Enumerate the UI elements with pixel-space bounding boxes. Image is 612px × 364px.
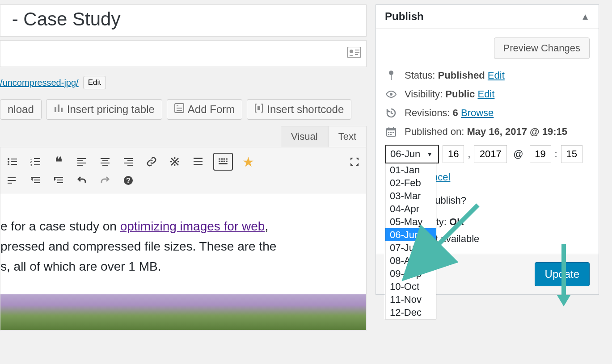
insert-pricing-table-button[interactable]: Insert pricing table <box>46 99 162 120</box>
star-icon[interactable]: ★ <box>240 154 256 170</box>
svg-rect-52 <box>31 177 40 178</box>
svg-rect-10 <box>177 108 182 109</box>
svg-point-60 <box>389 71 393 75</box>
svg-rect-5 <box>55 107 56 112</box>
outdent-icon[interactable] <box>27 172 43 188</box>
svg-rect-61 <box>391 75 392 80</box>
fullscreen-icon[interactable] <box>346 154 363 170</box>
contact-card-icon <box>347 47 361 60</box>
published-date: May 16, 2017 @ 19:15 <box>467 126 567 137</box>
read-more-icon[interactable] <box>190 154 206 170</box>
month-option[interactable]: 08-Aug <box>385 254 436 267</box>
unlink-icon[interactable] <box>167 154 183 170</box>
edit-visibility-link[interactable]: Edit <box>477 88 494 100</box>
align-center-icon[interactable] <box>97 154 113 170</box>
preview-changes-button[interactable]: Preview Changes <box>494 38 590 59</box>
month-option[interactable]: 12-Dec <box>385 306 436 319</box>
secondary-title-box[interactable] <box>0 40 367 67</box>
svg-rect-40 <box>219 159 220 160</box>
svg-point-17 <box>8 163 9 165</box>
month-option[interactable]: 01-Jan <box>385 163 436 176</box>
svg-rect-49 <box>8 177 16 178</box>
month-option[interactable]: 09-Sep <box>385 267 436 280</box>
month-option[interactable]: 05-May <box>385 215 436 228</box>
calendar-icon <box>385 126 397 137</box>
content-text: s, all of which are over 1 MB. <box>0 257 366 277</box>
svg-rect-36 <box>127 165 133 166</box>
readability-value: OK <box>449 216 464 227</box>
post-title-input[interactable] <box>0 4 367 37</box>
svg-rect-3 <box>355 52 359 53</box>
ordered-list-icon[interactable]: 123 <box>27 154 43 170</box>
svg-rect-14 <box>11 159 17 159</box>
blockquote-icon[interactable]: ❝ <box>51 154 67 170</box>
hour-input[interactable] <box>530 145 551 163</box>
align-right-icon[interactable] <box>120 154 136 170</box>
month-option[interactable]: 07-Jul <box>385 241 436 254</box>
svg-rect-45 <box>221 161 223 162</box>
svg-rect-50 <box>8 180 16 181</box>
content-text: pressed and compressed file sizes. These… <box>0 237 366 257</box>
paragraph-icon[interactable] <box>4 172 20 188</box>
download-button[interactable]: nload <box>0 99 42 120</box>
editor-content[interactable]: e for a case study on optimizing images … <box>0 194 367 331</box>
bar-chart-icon <box>54 103 63 116</box>
svg-rect-32 <box>102 165 108 166</box>
svg-rect-24 <box>34 164 40 165</box>
publish-box: Publish ▲ Preview Changes Status: Publis… <box>376 4 599 295</box>
tab-visual[interactable]: Visual <box>281 126 328 147</box>
align-left-icon[interactable] <box>74 154 90 170</box>
form-icon <box>174 103 184 116</box>
toolbar-toggle-icon[interactable] <box>213 153 233 171</box>
month-option[interactable]: 03-Mar <box>385 189 436 202</box>
minute-input[interactable] <box>561 145 582 163</box>
insert-shortcode-button[interactable]: Insert shortcode <box>247 99 351 120</box>
add-form-button[interactable]: Add Form <box>167 99 242 120</box>
collapse-box-icon[interactable]: ▲ <box>581 12 590 22</box>
status-value: Published <box>438 70 485 81</box>
help-icon[interactable]: ? <box>120 172 136 188</box>
svg-point-13 <box>8 158 9 160</box>
redo-icon[interactable] <box>97 172 113 188</box>
svg-rect-22 <box>34 161 40 162</box>
unordered-list-icon[interactable] <box>4 154 20 170</box>
day-input[interactable] <box>443 145 464 163</box>
month-option[interactable]: 02-Feb <box>385 176 436 189</box>
month-option[interactable]: 11-Nov <box>385 293 436 306</box>
svg-rect-41 <box>221 159 223 160</box>
svg-rect-44 <box>219 161 220 162</box>
svg-rect-67 <box>388 132 389 133</box>
svg-rect-65 <box>388 127 389 129</box>
svg-rect-68 <box>390 132 392 133</box>
svg-rect-33 <box>124 158 133 159</box>
browse-revisions-link[interactable]: Browse <box>461 107 494 118</box>
year-input[interactable] <box>474 145 507 163</box>
edit-status-link[interactable]: Edit <box>488 70 505 81</box>
link-icon[interactable] <box>144 154 160 170</box>
month-select[interactable]: 06-Jun▼ <box>385 145 439 163</box>
indent-icon[interactable] <box>51 172 67 188</box>
svg-rect-54 <box>34 182 40 183</box>
optimizing-images-link[interactable]: optimizing images for web <box>120 219 265 233</box>
content-text: e for a case study on <box>0 219 120 233</box>
svg-point-15 <box>8 161 9 163</box>
undo-icon[interactable] <box>74 172 90 188</box>
svg-rect-46 <box>224 161 225 162</box>
svg-rect-57 <box>57 182 63 183</box>
svg-rect-9 <box>177 105 178 106</box>
svg-rect-31 <box>101 163 110 163</box>
month-option[interactable]: 10-Oct <box>385 280 436 293</box>
svg-rect-18 <box>11 164 17 165</box>
month-dropdown: 01-Jan02-Feb03-Mar04-Apr05-May06-Jun07-J… <box>385 163 436 319</box>
svg-rect-70 <box>388 134 389 135</box>
edit-permalink-button[interactable]: Edit <box>83 76 106 89</box>
update-button[interactable]: Update <box>535 262 590 286</box>
month-option[interactable]: 06-Jun <box>385 228 436 241</box>
month-option[interactable]: 04-Apr <box>385 202 436 215</box>
svg-rect-48 <box>219 163 228 164</box>
svg-rect-51 <box>8 183 12 184</box>
svg-rect-53 <box>34 180 40 180</box>
permalink-link[interactable]: /uncompressed-jpg/ <box>0 78 79 88</box>
tab-text[interactable]: Text <box>328 126 367 147</box>
svg-rect-28 <box>77 165 83 166</box>
